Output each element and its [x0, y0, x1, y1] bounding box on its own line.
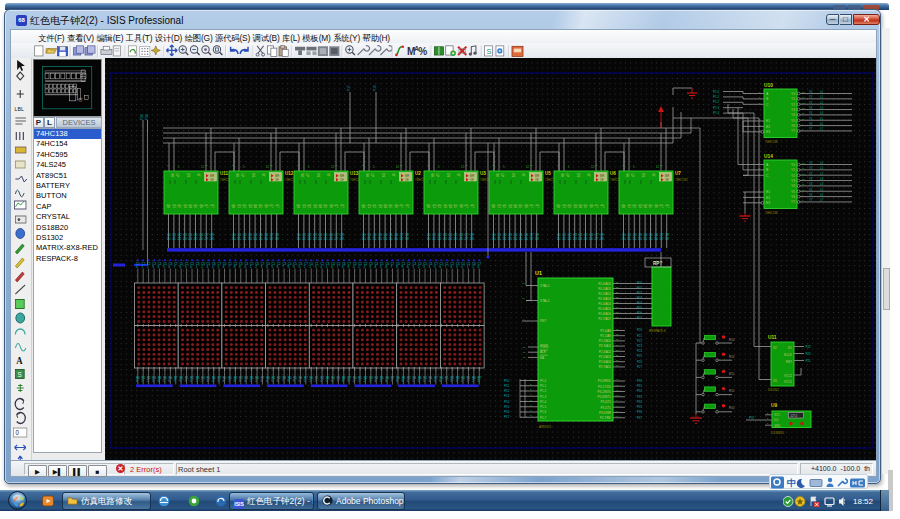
svg-text:Q0: Q0	[231, 204, 235, 208]
svg-text:Q0: Q0	[491, 204, 495, 208]
svg-text:Q1: Q1	[432, 204, 436, 208]
svg-text:L5: L5	[820, 117, 824, 121]
svg-text:Y4: Y4	[809, 182, 813, 186]
svg-text:D1: D1	[237, 237, 241, 241]
svg-text:X3: X3	[773, 379, 777, 383]
svg-text:E2: E2	[766, 196, 770, 200]
svg-text:Q4: Q4	[318, 204, 322, 208]
svg-text:D5: D5	[584, 237, 588, 241]
svg-text:SH: SH	[625, 173, 629, 177]
svg-text:OE: OE	[210, 178, 214, 182]
svg-text:D7: D7	[335, 237, 339, 241]
svg-text:Q6: Q6	[654, 233, 658, 237]
svg-text:D0: D0	[427, 237, 431, 241]
svg-text:Q7: Q7	[335, 233, 339, 237]
svg-text:Q6: Q6	[264, 204, 268, 208]
svg-text:S: S	[486, 47, 491, 56]
svg-text:P00: P00	[637, 281, 642, 285]
svg-text:D0: D0	[557, 237, 561, 241]
svg-text:DS: DS	[511, 173, 515, 177]
svg-text:OE: OE	[600, 178, 604, 182]
svg-text:Y6: Y6	[809, 122, 813, 126]
svg-text:Q2: Q2	[177, 204, 181, 208]
svg-text:Y5: Y5	[809, 188, 813, 192]
svg-text:R51: R51	[729, 389, 735, 393]
svg-text:Q7: Q7	[465, 233, 469, 237]
svg-text:L4: L4	[820, 111, 824, 115]
svg-text:DS: DS	[316, 173, 320, 177]
svg-text:D5: D5	[454, 237, 458, 241]
svg-text:P2.1/A9: P2.1/A9	[600, 334, 611, 338]
svg-text:Q7: Q7	[594, 204, 598, 208]
svg-text:P3.4/T0: P3.4/T0	[600, 400, 611, 404]
svg-text:Q7: Q7	[399, 204, 403, 208]
svg-text:P3.2/INT0: P3.2/INT0	[597, 390, 611, 394]
svg-text:Q3: Q3	[183, 233, 187, 237]
svg-text:D3: D3	[313, 237, 317, 241]
svg-text:D4: D4	[514, 237, 518, 241]
svg-text:P32: P32	[637, 389, 642, 393]
svg-text:Q4: Q4	[319, 233, 323, 237]
svg-text:Q3: Q3	[508, 233, 512, 237]
svg-text:Q5: Q5	[584, 233, 588, 237]
svg-text:P3.7/RD: P3.7/RD	[600, 416, 612, 420]
svg-text:74HC595: 74HC595	[675, 178, 688, 182]
svg-text:P26: P26	[637, 360, 642, 364]
svg-text:Q6: Q6	[394, 204, 398, 208]
svg-text:SH: SH	[235, 173, 239, 177]
svg-text:ST: ST	[586, 173, 590, 177]
svg-text:L3: L3	[820, 106, 824, 110]
svg-text:Q7: Q7	[535, 204, 539, 208]
svg-text:D3: D3	[378, 237, 382, 241]
svg-text:D7: D7	[595, 237, 599, 241]
svg-text:P04: P04	[637, 301, 642, 305]
svg-text:Q2: Q2	[632, 204, 636, 208]
svg-text:CP: CP	[435, 173, 439, 177]
svg-text:Y3: Y3	[791, 108, 795, 112]
svg-text:D3: D3	[183, 237, 187, 241]
svg-text:MR: MR	[210, 174, 214, 178]
svg-text:U1: U1	[535, 270, 542, 276]
svg-text:D6: D6	[524, 237, 528, 241]
svg-text:P2.7/A15: P2.7/A15	[599, 365, 612, 369]
svg-text:MR: MR	[405, 174, 409, 178]
svg-text:Q0: Q0	[622, 233, 626, 237]
svg-text:Q4: Q4	[644, 233, 648, 237]
svg-text:P16: P16	[504, 410, 510, 414]
svg-text:L1: L1	[820, 95, 824, 99]
svg-text:Q7: Q7	[205, 233, 209, 237]
svg-text:E1: E1	[766, 119, 770, 123]
svg-text:Q7: Q7	[204, 204, 208, 208]
svg-text:PSEN: PSEN	[540, 345, 548, 349]
svg-text:E1: E1	[766, 190, 770, 194]
svg-text:R50: R50	[729, 406, 735, 410]
svg-text:Q7: Q7	[530, 233, 534, 237]
svg-text:VCC: VCC	[774, 413, 780, 417]
svg-text:Q7: Q7	[210, 204, 214, 208]
svg-text:ST: ST	[456, 173, 460, 177]
svg-text:Y5: Y5	[791, 190, 795, 194]
svg-text:D8: D8	[470, 237, 474, 241]
svg-text:D1: D1	[627, 237, 631, 241]
svg-text:P34: P34	[145, 114, 149, 120]
svg-text:D8: D8	[340, 237, 344, 241]
svg-text:MR: MR	[535, 174, 539, 178]
svg-text:D6: D6	[199, 237, 203, 241]
svg-text:Q5: Q5	[453, 204, 457, 208]
svg-text:Q1: Q1	[627, 204, 631, 208]
svg-text:ST: ST	[391, 173, 395, 177]
svg-text:U9: U9	[771, 403, 777, 408]
svg-text:中: 中	[787, 478, 796, 488]
svg-text:LBL: LBL	[15, 106, 24, 112]
svg-text:L1: L1	[820, 166, 824, 170]
svg-text:D7: D7	[465, 237, 469, 241]
svg-text:L4: L4	[820, 182, 824, 186]
svg-text:Q0: Q0	[557, 233, 561, 237]
svg-text:Q0: Q0	[166, 204, 170, 208]
svg-text:D8: D8	[665, 237, 669, 241]
svg-text:Q7: Q7	[529, 204, 533, 208]
svg-text:D2: D2	[373, 237, 377, 241]
svg-text:D4: D4	[189, 237, 193, 241]
svg-text:D6: D6	[589, 237, 593, 241]
svg-text:Q7: Q7	[334, 204, 338, 208]
